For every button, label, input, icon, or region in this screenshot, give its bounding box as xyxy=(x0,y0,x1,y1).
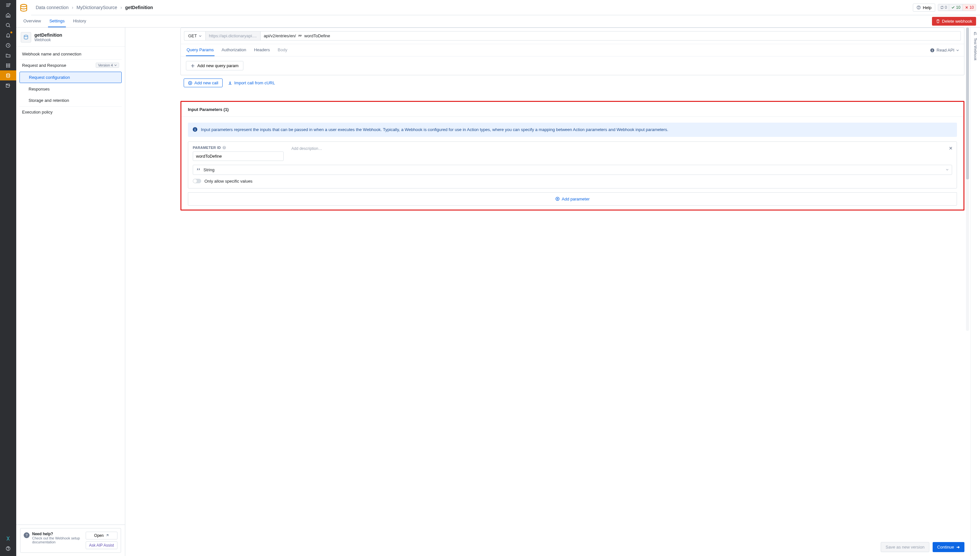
inner-tab-query-params[interactable]: Query Params xyxy=(186,44,215,56)
request-inner-tabs: Query Params Authorization Headers Body … xyxy=(181,44,964,57)
url-row: GET https://api.dictionaryapi.... api/v2… xyxy=(181,28,964,44)
sidebar-title: getDefinition xyxy=(34,32,62,38)
topbar-right: Help 0 10 10 xyxy=(913,3,976,12)
breadcrumb-source[interactable]: MyDictionarySource xyxy=(77,5,117,10)
add-call-button[interactable]: Add new call xyxy=(184,79,223,87)
svg-rect-4 xyxy=(9,63,10,65)
svg-rect-2 xyxy=(6,63,7,65)
only-specific-values-toggle[interactable] xyxy=(193,179,201,183)
add-call-label: Add new call xyxy=(194,81,218,85)
webhook-type-icon xyxy=(21,32,31,42)
add-parameter-button[interactable]: Add parameter xyxy=(188,192,957,206)
sidebar-subtitle: Webhook xyxy=(34,38,62,42)
test-webhook-button[interactable]: Test Webhook xyxy=(974,38,977,61)
help-button[interactable]: Help xyxy=(913,3,935,12)
help-tooltip-icon[interactable] xyxy=(222,145,226,150)
x-icon xyxy=(965,5,969,10)
right-rail: Test Webhook xyxy=(970,27,980,556)
folder-rail-icon[interactable] xyxy=(0,50,16,60)
version-select[interactable]: Version 4 xyxy=(96,63,119,68)
notifications-icon[interactable] xyxy=(0,30,16,40)
svg-point-14 xyxy=(21,4,27,6)
breadcrumb-leaf: getDefinition xyxy=(125,5,153,10)
refresh-status[interactable]: 0 xyxy=(938,4,949,11)
help-card-text: Check out the Webhook setup documentatio… xyxy=(32,536,82,544)
remove-parameter-button[interactable]: ✕ xyxy=(949,145,953,151)
sidebar-subitem-storage[interactable]: Storage and retention xyxy=(19,95,122,106)
svg-rect-8 xyxy=(6,66,7,68)
add-query-param-button[interactable]: Add new query param xyxy=(186,61,243,70)
input-parameters-highlight: Input Parameters (1) Input parameters re… xyxy=(180,101,964,210)
success-status[interactable]: 10 xyxy=(949,4,962,11)
scrollbar[interactable] xyxy=(966,27,970,533)
base-url-display: https://api.dictionaryapi.... xyxy=(205,31,260,40)
menu-toggle-icon[interactable] xyxy=(0,0,16,10)
inner-tab-authorization[interactable]: Authorization xyxy=(221,44,247,56)
rail-bottom xyxy=(0,533,16,556)
sidebar-item-name-connection[interactable]: Webhook name and connection xyxy=(19,48,122,60)
folder-open-rail-icon[interactable] xyxy=(0,81,16,91)
trash-icon xyxy=(936,19,940,23)
open-docs-button[interactable]: Open xyxy=(86,532,118,540)
svg-rect-10 xyxy=(9,66,10,68)
tab-history[interactable]: History xyxy=(72,15,87,27)
bio-icon[interactable] xyxy=(0,533,16,543)
arrow-right-icon xyxy=(956,545,960,549)
chevron-down-icon xyxy=(199,35,202,37)
import-curl-link[interactable]: Import call from cURL xyxy=(228,81,275,85)
main-tabs: Overview Settings History Delete webhook xyxy=(16,15,980,27)
sidebar-subitem-request-config[interactable]: Request configuration xyxy=(19,72,122,83)
method-label: GET xyxy=(188,33,197,38)
type-label: String xyxy=(204,167,215,172)
delete-webhook-button[interactable]: Delete webhook xyxy=(932,17,976,26)
external-link-icon xyxy=(105,534,109,537)
sidebar-footer: ? Need help? Check out the Webhook setup… xyxy=(16,525,125,556)
url-path-input[interactable]: api/v2/entries/en/ wordToDefine xyxy=(260,31,961,40)
read-api-dropdown[interactable]: Read API xyxy=(930,48,959,53)
http-method-select[interactable]: GET xyxy=(184,31,205,40)
search-icon[interactable] xyxy=(0,20,16,30)
data-connection-rail-icon[interactable] xyxy=(0,70,16,81)
path-variable: wordToDefine xyxy=(304,33,330,38)
svg-rect-23 xyxy=(195,129,196,131)
variable-icon xyxy=(298,34,302,38)
home-icon[interactable] xyxy=(0,10,16,20)
tab-settings[interactable]: Settings xyxy=(48,15,66,27)
parameter-id-input[interactable] xyxy=(193,152,284,161)
history-rail-icon[interactable] xyxy=(0,40,16,50)
help-rail-icon[interactable] xyxy=(0,543,16,553)
ask-aip-assist-button[interactable]: Ask AIP Assist xyxy=(86,541,118,549)
help-icon xyxy=(916,5,921,10)
tab-overview[interactable]: Overview xyxy=(22,15,42,27)
plus-icon xyxy=(191,64,195,68)
add-description-placeholder[interactable]: Add description… xyxy=(291,145,952,151)
inner-tab-body[interactable]: Body xyxy=(277,44,288,56)
bottom-action-bar: Save as new version Continue xyxy=(881,542,964,552)
svg-point-17 xyxy=(24,35,27,37)
continue-button[interactable]: Continue xyxy=(933,542,964,552)
help-card: ? Need help? Check out the Webhook setup… xyxy=(20,528,121,553)
parameter-type-select[interactable]: String xyxy=(193,165,952,175)
sidebar-item-execution-policy[interactable]: Execution policy xyxy=(19,107,122,118)
breadcrumb-root[interactable]: Data connection xyxy=(36,5,68,10)
left-rail xyxy=(0,0,16,556)
help-question-icon: ? xyxy=(24,532,29,538)
save-version-button[interactable]: Save as new version xyxy=(881,542,929,552)
svg-rect-19 xyxy=(932,50,933,51)
inner-tab-headers[interactable]: Headers xyxy=(254,44,271,56)
sidebar-subitem-responses[interactable]: Responses xyxy=(19,84,122,94)
path-prefix: api/v2/entries/en/ xyxy=(264,33,296,38)
help-card-title: Need help? xyxy=(32,532,82,536)
help-label: Help xyxy=(923,5,931,10)
info-icon xyxy=(192,127,197,132)
only-specific-values-row: Only allow specific values xyxy=(193,179,952,184)
call-card: GET https://api.dictionaryapi.... api/v2… xyxy=(180,27,964,75)
error-status[interactable]: 10 xyxy=(962,4,976,11)
expand-panel-icon[interactable] xyxy=(973,31,978,36)
svg-point-11 xyxy=(6,74,10,75)
apps-grid-icon[interactable] xyxy=(0,60,16,70)
ok-count: 10 xyxy=(956,5,960,10)
sidebar-item-request-response[interactable]: Request and Response Version 4 xyxy=(19,60,122,71)
input-parameters-heading: Input Parameters (1) xyxy=(181,102,964,117)
plus-circle-icon xyxy=(555,197,560,201)
